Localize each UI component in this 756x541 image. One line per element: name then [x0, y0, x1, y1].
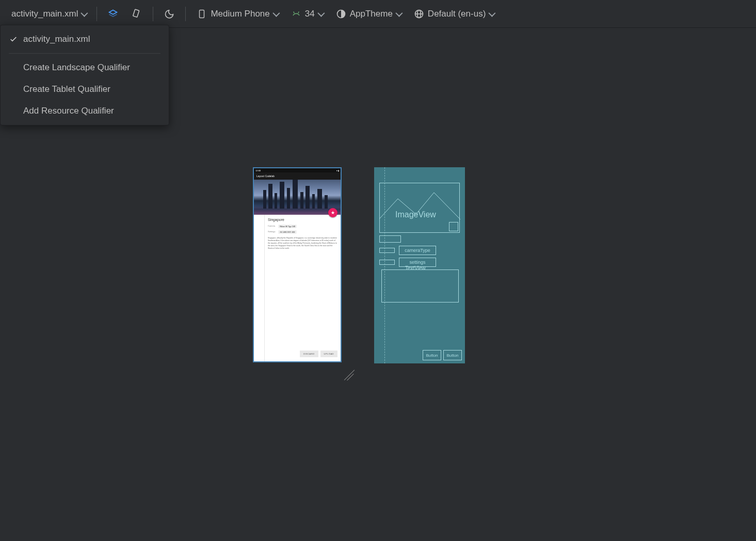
- button-row: DISCARD UPLOAD: [300, 351, 337, 357]
- camera-label: Camera: [268, 225, 275, 228]
- locale-selector[interactable]: Default (en-us): [408, 5, 499, 23]
- svg-line-2: [294, 11, 295, 13]
- device-selector[interactable]: Medium Phone: [191, 5, 283, 23]
- chevron-down-icon: [395, 9, 403, 17]
- chevron-down-icon: [317, 9, 325, 17]
- bp-button-right-label: Button: [446, 353, 458, 358]
- svg-line-3: [298, 11, 299, 13]
- chevron-down-icon: [489, 9, 496, 17]
- bp-camera-type[interactable]: cameraType: [399, 246, 436, 255]
- bp-imageview-label: ImageView: [395, 210, 436, 219]
- device-label: Medium Phone: [211, 9, 269, 19]
- hero-image: [254, 180, 341, 215]
- design-toolbar: activity_main.xml Medium Phone 34: [0, 0, 756, 28]
- globe-icon: [413, 8, 425, 20]
- bp-settings-label[interactable]: [379, 260, 395, 265]
- separator: [153, 7, 153, 21]
- settings-label: Settings: [268, 230, 275, 234]
- night-mode-toggle[interactable]: [158, 5, 180, 23]
- chevron-down-icon: [81, 9, 88, 17]
- title-text: Singapore: [268, 218, 337, 221]
- check-icon: [9, 35, 18, 43]
- bp-title-box[interactable]: [379, 235, 401, 243]
- theme-selector[interactable]: AppTheme: [330, 5, 406, 23]
- dropdown-label: Create Landscape Qualifier: [23, 62, 130, 73]
- api-label: 34: [305, 9, 315, 19]
- status-time: 12:00: [255, 169, 261, 172]
- content-body: ★ Singapore Camera Nikon M Typ 240 Setti…: [264, 215, 341, 361]
- settings-value: f/4 1/80 ISO 100: [278, 230, 296, 234]
- svg-rect-0: [133, 9, 139, 17]
- bp-button-left-label: Button: [426, 353, 438, 358]
- chevron-down-icon: [272, 9, 280, 17]
- separator: [185, 7, 186, 21]
- layers-icon: [107, 8, 119, 20]
- api-selector[interactable]: 34: [285, 5, 328, 23]
- dropdown-item-current-file[interactable]: activity_main.xml: [1, 28, 169, 50]
- dropdown-item-tablet[interactable]: Create Tablet Qualifier: [1, 78, 169, 100]
- bp-cameratype-label: cameraType: [405, 248, 430, 253]
- svg-rect-1: [200, 10, 204, 18]
- discard-button[interactable]: DISCARD: [300, 351, 318, 357]
- rotate-icon: [131, 8, 142, 20]
- design-surface-toggle[interactable]: [102, 5, 124, 23]
- phone-icon: [196, 8, 207, 20]
- theme-icon: [335, 8, 347, 20]
- resize-handle[interactable]: [343, 369, 356, 381]
- bp-imageview[interactable]: ImageView: [379, 183, 460, 233]
- moon-icon: [164, 8, 175, 20]
- camera-row: Camera Nikon M Typ 240: [268, 225, 337, 228]
- separator: [9, 53, 160, 54]
- description-text: Singapore, officially the Republic of Si…: [268, 237, 337, 250]
- fab-favorite[interactable]: ★: [328, 208, 337, 217]
- blueprint-preview[interactable]: ImageView cameraType settings TextView B…: [374, 167, 465, 363]
- file-config-selector[interactable]: activity_main.xml: [6, 5, 91, 23]
- theme-label: AppTheme: [350, 9, 393, 19]
- dropdown-selected-label: activity_main.xml: [23, 34, 90, 44]
- orientation-toggle[interactable]: [126, 5, 148, 23]
- status-icons: ▾ ▮: [336, 169, 339, 172]
- file-config-dropdown: activity_main.xml Create Landscape Quali…: [0, 25, 169, 125]
- bp-textview[interactable]: [381, 269, 459, 303]
- file-name-label: activity_main.xml: [11, 9, 78, 19]
- android-icon: [291, 8, 302, 20]
- star-icon: ★: [331, 210, 335, 215]
- settings-row: Settings f/4 1/80 ISO 100: [268, 230, 337, 234]
- dropdown-label: Add Resource Qualifier: [23, 106, 114, 116]
- bp-corner-marker: [449, 222, 458, 231]
- device-preview[interactable]: 12:00 ▾ ▮ Layout Codelab ★ Singapore: [253, 167, 342, 362]
- locale-label: Default (en-us): [428, 9, 486, 19]
- bp-button-left[interactable]: Button: [423, 350, 441, 360]
- bp-camera-label[interactable]: [379, 248, 395, 253]
- dropdown-item-landscape[interactable]: Create Landscape Qualifier: [1, 57, 169, 78]
- camera-value: Nikon M Typ 240: [278, 225, 297, 228]
- status-bar: 12:00 ▾ ▮: [254, 168, 341, 172]
- dropdown-label: Create Tablet Qualifier: [23, 84, 110, 94]
- app-bar-title: Layout Codelab: [256, 174, 275, 178]
- dropdown-item-add-qualifier[interactable]: Add Resource Qualifier: [1, 100, 169, 122]
- bp-button-right[interactable]: Button: [443, 350, 462, 360]
- upload-button[interactable]: UPLOAD: [320, 351, 337, 357]
- app-bar: Layout Codelab: [254, 172, 341, 180]
- separator: [96, 7, 97, 21]
- bp-settings-label-text: settings: [409, 260, 425, 265]
